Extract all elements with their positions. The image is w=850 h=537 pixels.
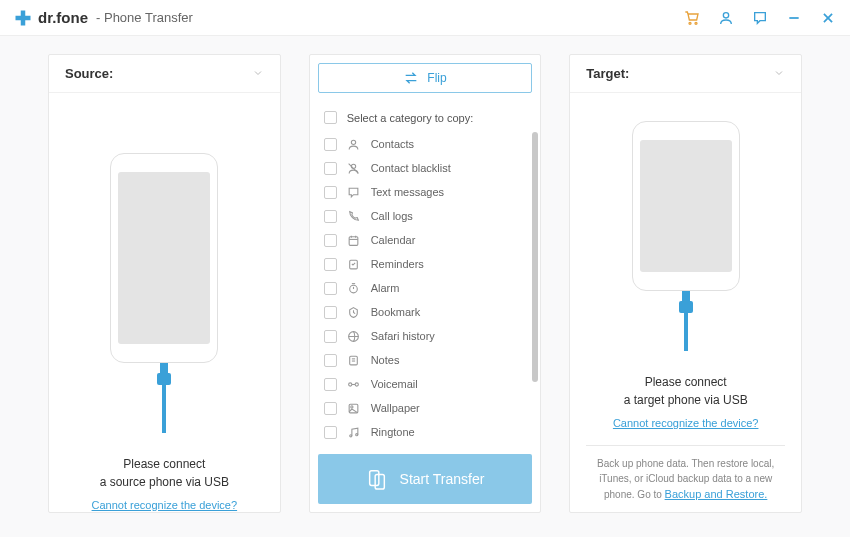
phone-screen [640,140,732,272]
svg-point-30 [350,434,352,436]
category-row[interactable]: Voicemail [324,372,537,396]
svg-point-2 [689,22,691,24]
source-header-label: Source: [65,66,113,81]
category-row[interactable]: Ringtone [324,420,537,444]
category-icon [347,281,361,295]
category-row[interactable]: Notes [324,348,537,372]
category-row[interactable]: Wallpaper [324,396,537,420]
source-dropdown[interactable]: Source: [49,55,280,93]
category-label: Contact blacklist [371,162,451,174]
target-header-label: Target: [586,66,629,81]
category-checkbox[interactable] [324,186,337,199]
target-dropdown[interactable]: Target: [570,55,801,93]
category-checkbox[interactable] [324,234,337,247]
cart-icon[interactable] [684,10,700,26]
flip-button[interactable]: Flip [318,63,533,93]
close-icon[interactable] [820,10,836,26]
svg-rect-39 [684,313,688,351]
category-checkbox[interactable] [324,258,337,271]
start-transfer-label: Start Transfer [400,471,485,487]
source-panel: Source: Please connect a source phone vi… [48,54,281,513]
category-row[interactable]: Reminders [324,252,537,276]
category-icon [347,161,361,175]
flip-label: Flip [427,71,446,85]
category-label: Bookmark [371,306,421,318]
category-checkbox[interactable] [324,162,337,175]
category-row[interactable]: Calendar [324,228,537,252]
select-all-row[interactable]: Select a category to copy: [310,101,541,130]
category-label: Calendar [371,234,416,246]
svg-rect-38 [679,301,693,313]
category-checkbox[interactable] [324,426,337,439]
usb-connector-icon [154,363,174,433]
svg-point-27 [355,382,358,385]
scrollbar[interactable] [532,132,538,402]
category-checkbox[interactable] [324,210,337,223]
source-phone-placeholder: Please connect a source phone via USB Ca… [49,93,280,512]
app-subtitle: - Phone Transfer [96,10,193,25]
phone-outline [632,121,740,291]
phone-outline [110,153,218,363]
svg-rect-1 [16,15,31,20]
category-icon [347,401,361,415]
category-checkbox[interactable] [324,354,337,367]
category-row[interactable]: Contact blacklist [324,156,537,180]
category-row[interactable]: Call logs [324,204,537,228]
target-recognize-link[interactable]: Cannot recognize the device? [613,417,759,429]
target-connect-message: Please connect a target phone via USB [624,373,748,409]
category-checkbox[interactable] [324,138,337,151]
flip-icon [403,71,419,85]
category-row[interactable]: Contacts [324,132,537,156]
category-label: Notes [371,354,400,366]
category-label: Voicemail [371,378,418,390]
backup-note: Back up phone data. Then restore local, … [570,446,801,503]
category-label: Call logs [371,210,413,222]
category-icon [347,425,361,439]
chevron-down-icon [773,65,785,83]
category-icon [347,329,361,343]
select-all-checkbox[interactable] [324,111,337,124]
start-transfer-button[interactable]: Start Transfer [318,454,533,504]
source-recognize-link[interactable]: Cannot recognize the device? [92,499,238,511]
category-icon [347,233,361,247]
category-label: Contacts [371,138,414,150]
svg-point-31 [356,433,358,435]
category-icon [347,257,361,271]
svg-point-3 [695,22,697,24]
svg-rect-8 [160,363,168,373]
svg-rect-14 [349,236,358,245]
category-row[interactable]: Safari history [324,324,537,348]
category-label: Text messages [371,186,444,198]
minimize-icon[interactable] [786,10,802,26]
svg-rect-37 [682,291,690,301]
category-checkbox[interactable] [324,330,337,343]
svg-rect-36 [375,474,384,489]
category-icon [347,353,361,367]
category-row[interactable]: Alarm [324,276,537,300]
svg-point-19 [350,285,358,293]
transfer-icon [366,468,388,490]
category-checkbox[interactable] [324,402,337,415]
svg-rect-35 [369,471,378,486]
category-checkbox[interactable] [324,378,337,391]
category-checkbox[interactable] [324,306,337,319]
scrollbar-thumb[interactable] [532,132,538,382]
category-label: Safari history [371,330,435,342]
category-panel: Flip Select a category to copy: Contacts… [309,54,542,513]
category-row[interactable]: Bookmark [324,300,537,324]
category-checkbox[interactable] [324,282,337,295]
category-row[interactable]: Text messages [324,180,537,204]
source-connect-message: Please connect a source phone via USB [100,455,229,491]
category-icon [347,305,361,319]
main-area: Source: Please connect a source phone vi… [0,36,850,537]
phone-screen [118,172,210,344]
category-row[interactable]: Voice Memos [324,444,537,446]
backup-restore-link[interactable]: Backup and Restore. [665,488,768,500]
titlebar: dr.fone - Phone Transfer [0,0,850,36]
category-label: Alarm [371,282,400,294]
target-panel: Target: Please connect a target phone vi… [569,54,802,513]
user-icon[interactable] [718,10,734,26]
feedback-icon[interactable] [752,10,768,26]
category-icon [347,209,361,223]
brand-text: dr.fone [38,9,88,26]
